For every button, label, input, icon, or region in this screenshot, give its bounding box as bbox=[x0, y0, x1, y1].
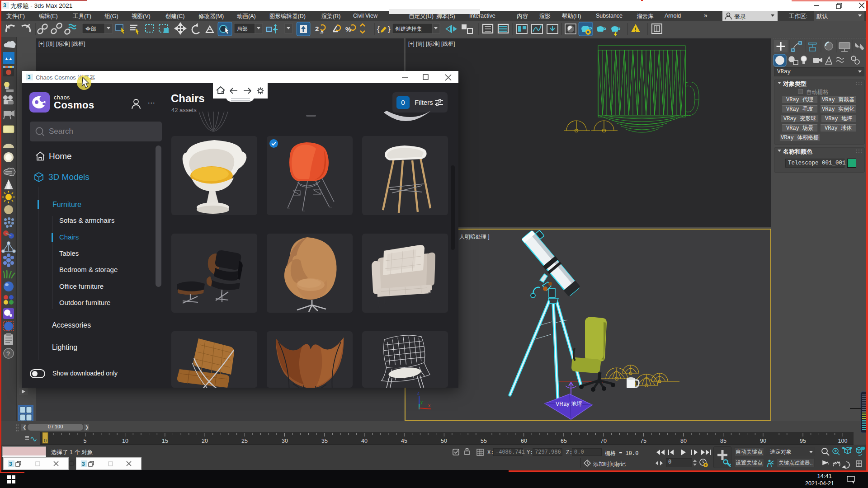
svg-text:3: 3 bbox=[9, 461, 12, 467]
svg-text:!: ! bbox=[634, 26, 636, 33]
svg-text:3: 3 bbox=[82, 461, 85, 467]
svg-text:}: } bbox=[388, 25, 391, 33]
svg-text:80: 80 bbox=[680, 438, 687, 444]
svg-text:40: 40 bbox=[361, 438, 368, 444]
svg-text:局部: 局部 bbox=[237, 26, 248, 32]
svg-text:10: 10 bbox=[122, 438, 128, 444]
svg-text:0: 0 bbox=[44, 438, 47, 443]
svg-text:?: ? bbox=[6, 350, 10, 357]
svg-text:30: 30 bbox=[282, 438, 288, 444]
svg-text:3: 3 bbox=[3, 2, 6, 9]
svg-text:75: 75 bbox=[640, 438, 646, 444]
svg-text:x: x bbox=[428, 403, 430, 408]
svg-text:25: 25 bbox=[241, 438, 248, 444]
svg-text:5: 5 bbox=[84, 438, 87, 444]
svg-text:{: { bbox=[377, 25, 380, 33]
svg-text:15: 15 bbox=[162, 438, 168, 444]
svg-text:100: 100 bbox=[838, 438, 848, 444]
svg-text:VRay 地坪: VRay 地坪 bbox=[556, 401, 582, 407]
svg-text:45: 45 bbox=[401, 438, 407, 444]
svg-text:35: 35 bbox=[321, 438, 328, 444]
svg-text:20: 20 bbox=[202, 438, 208, 444]
svg-text:%: % bbox=[345, 26, 351, 33]
svg-text:全部: 全部 bbox=[85, 26, 96, 32]
svg-text:2: 2 bbox=[315, 25, 319, 33]
svg-text:95: 95 bbox=[800, 438, 806, 444]
svg-text:70: 70 bbox=[600, 438, 607, 444]
svg-text:50: 50 bbox=[441, 438, 447, 444]
svg-text:3: 3 bbox=[28, 74, 31, 80]
svg-text:创建选择集: 创建选择集 bbox=[395, 26, 422, 32]
svg-text:85: 85 bbox=[720, 438, 726, 444]
svg-text:65: 65 bbox=[561, 438, 567, 444]
svg-text:y: y bbox=[420, 399, 423, 404]
svg-text:60: 60 bbox=[521, 438, 527, 444]
svg-text:90: 90 bbox=[760, 438, 766, 444]
svg-text:55: 55 bbox=[481, 438, 487, 444]
svg-text:z: z bbox=[417, 390, 420, 395]
